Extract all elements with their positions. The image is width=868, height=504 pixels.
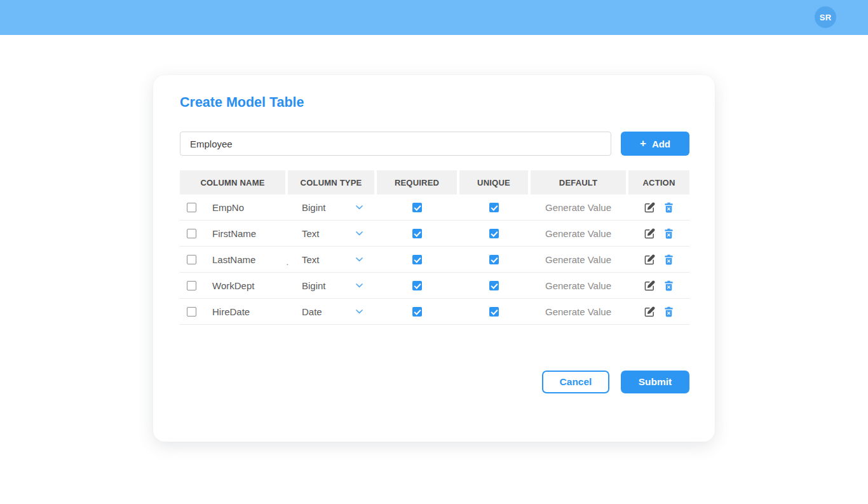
table-row: HireDate Date Generate Value bbox=[180, 299, 689, 325]
default-cell: Generate Value bbox=[531, 247, 626, 272]
required-cell bbox=[377, 194, 457, 220]
unique-cell bbox=[459, 194, 528, 220]
default-value-link[interactable]: Generate Value bbox=[545, 202, 611, 213]
column-name-text: HireDate bbox=[212, 306, 250, 317]
edit-icon bbox=[644, 228, 655, 239]
header-column-type: COLUMN TYPE bbox=[288, 170, 374, 194]
required-checkbox[interactable] bbox=[412, 281, 422, 290]
delete-button[interactable] bbox=[664, 228, 674, 239]
row-select-checkbox[interactable] bbox=[187, 281, 196, 290]
edit-button[interactable] bbox=[644, 202, 655, 213]
table-row: LastName . Text Generate Value bbox=[180, 247, 689, 273]
required-cell bbox=[377, 247, 457, 272]
column-type-text: Bigint bbox=[302, 280, 326, 291]
action-cell bbox=[628, 299, 689, 324]
unique-checkbox[interactable] bbox=[489, 307, 499, 317]
row-select-checkbox[interactable] bbox=[187, 307, 196, 317]
column-name-cell: LastName . bbox=[180, 247, 285, 272]
chevron-down-icon bbox=[356, 283, 363, 288]
chevron-down-icon bbox=[356, 310, 363, 314]
cancel-button[interactable]: Cancel bbox=[542, 371, 609, 393]
edit-icon bbox=[644, 306, 655, 317]
edit-button[interactable] bbox=[644, 228, 655, 239]
required-cell bbox=[377, 273, 457, 298]
add-column-button[interactable]: + Add bbox=[621, 132, 689, 156]
table-name-row: + Add bbox=[180, 132, 689, 156]
create-model-table-dialog: Create Model Table + Add COLUMN NAME COL… bbox=[153, 75, 715, 442]
submit-button[interactable]: Submit bbox=[621, 371, 689, 393]
column-type-select[interactable]: Date bbox=[288, 299, 374, 324]
avatar[interactable]: SR bbox=[815, 6, 836, 28]
default-cell: Generate Value bbox=[531, 194, 626, 220]
table-header-row: COLUMN NAME COLUMN TYPE REQUIRED UNIQUE … bbox=[180, 170, 689, 194]
action-cell bbox=[628, 221, 689, 246]
required-checkbox[interactable] bbox=[412, 203, 422, 212]
column-type-select[interactable]: Text bbox=[288, 247, 374, 272]
required-checkbox[interactable] bbox=[412, 307, 422, 317]
column-name-cell: EmpNo bbox=[180, 194, 285, 220]
delete-button[interactable] bbox=[664, 306, 674, 317]
trash-icon bbox=[664, 306, 674, 317]
unique-cell bbox=[459, 221, 528, 246]
trash-icon bbox=[664, 254, 674, 265]
unique-checkbox[interactable] bbox=[489, 255, 499, 264]
column-type-text: Date bbox=[302, 306, 322, 317]
column-name-text: FirstName bbox=[212, 228, 256, 239]
edit-button[interactable] bbox=[644, 306, 655, 317]
row-select-checkbox[interactable] bbox=[187, 203, 196, 212]
column-name-cell: FirstName bbox=[180, 221, 285, 246]
required-checkbox[interactable] bbox=[412, 229, 422, 238]
add-button-label: Add bbox=[652, 139, 670, 149]
unique-cell bbox=[459, 273, 528, 298]
default-value-link[interactable]: Generate Value bbox=[545, 228, 611, 239]
column-type-text: Bigint bbox=[302, 202, 326, 213]
unique-cell bbox=[459, 299, 528, 324]
action-cell bbox=[628, 273, 689, 298]
unique-checkbox[interactable] bbox=[489, 281, 499, 290]
column-name-text: EmpNo bbox=[212, 202, 244, 213]
column-type-select[interactable]: Text bbox=[288, 221, 374, 246]
chevron-down-icon bbox=[356, 231, 363, 236]
top-navigation-bar: SR bbox=[0, 0, 868, 35]
edit-button[interactable] bbox=[644, 280, 655, 291]
default-cell: Generate Value bbox=[531, 221, 626, 246]
column-name-text: LastName bbox=[212, 254, 255, 265]
column-type-select[interactable]: Bigint bbox=[288, 273, 374, 298]
action-cell bbox=[628, 194, 689, 220]
unique-cell bbox=[459, 247, 528, 272]
table-name-input[interactable] bbox=[180, 132, 611, 156]
delete-button[interactable] bbox=[664, 280, 674, 291]
header-action: ACTION bbox=[628, 170, 689, 194]
chevron-down-icon bbox=[356, 205, 363, 210]
page-title: Create Model Table bbox=[180, 94, 689, 111]
edit-button[interactable] bbox=[644, 254, 655, 265]
delete-button[interactable] bbox=[664, 202, 674, 213]
header-column-name: COLUMN NAME bbox=[180, 170, 285, 194]
column-type-select[interactable]: Bigint bbox=[288, 194, 374, 220]
row-select-checkbox[interactable] bbox=[187, 255, 196, 264]
required-checkbox[interactable] bbox=[412, 255, 422, 264]
default-value-link[interactable]: Generate Value bbox=[545, 254, 611, 265]
table-row: FirstName Text Generate Value bbox=[180, 221, 689, 247]
column-name-cell: WorkDept bbox=[180, 273, 285, 298]
column-type-text: Text bbox=[302, 228, 320, 239]
plus-icon: + bbox=[640, 138, 646, 149]
required-cell bbox=[377, 221, 457, 246]
table-row: WorkDept Bigint Generate Value bbox=[180, 273, 689, 299]
trash-icon bbox=[664, 202, 674, 213]
row-select-checkbox[interactable] bbox=[187, 229, 196, 238]
unique-checkbox[interactable] bbox=[489, 229, 499, 238]
table-row: EmpNo Bigint Generate Value bbox=[180, 194, 689, 221]
unique-checkbox[interactable] bbox=[489, 203, 499, 212]
column-name-text: WorkDept bbox=[212, 280, 254, 291]
header-default: DEFAULT bbox=[531, 170, 626, 194]
default-value-link[interactable]: Generate Value bbox=[545, 280, 611, 291]
edit-icon bbox=[644, 202, 655, 213]
trash-icon bbox=[664, 228, 674, 239]
delete-button[interactable] bbox=[664, 254, 674, 265]
edit-icon bbox=[644, 280, 655, 291]
columns-table: COLUMN NAME COLUMN TYPE REQUIRED UNIQUE … bbox=[180, 170, 689, 325]
action-cell bbox=[628, 247, 689, 272]
default-value-link[interactable]: Generate Value bbox=[545, 306, 611, 317]
stray-mark: . bbox=[286, 257, 288, 267]
